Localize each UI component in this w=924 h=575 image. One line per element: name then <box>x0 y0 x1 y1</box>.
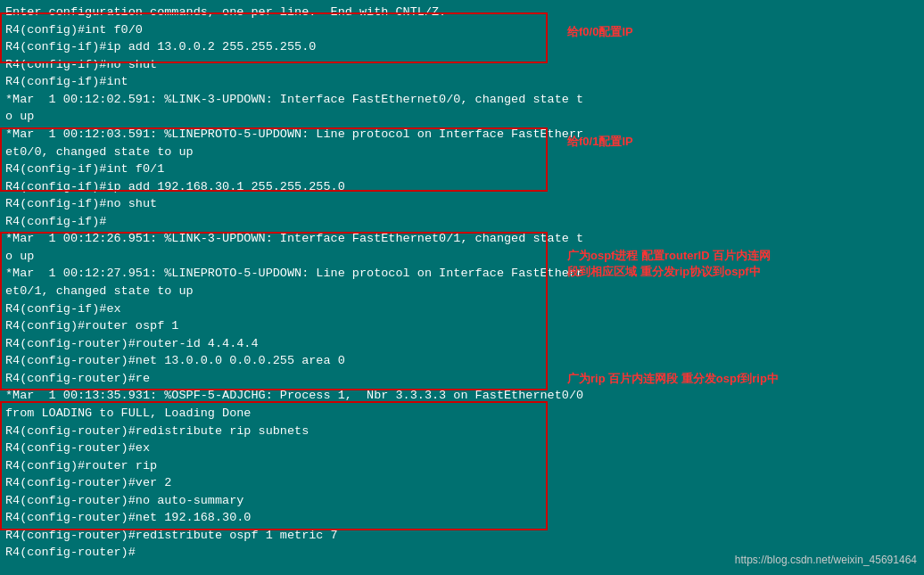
terminal-line: R4(config)#router rip <box>5 457 919 475</box>
terminal-line: *Mar 1 00:12:03.591: %LINEPROTO-5-UPDOWN… <box>5 126 919 144</box>
terminal-line: R4(config-router)#ver 2 <box>5 474 919 492</box>
terminal-line: R4(config)#router ospf 1 <box>5 317 919 335</box>
terminal-line: R4(config-router)#net 192.168.30.0 <box>5 509 919 527</box>
terminal-line: o up <box>5 108 919 126</box>
terminal-line: R4(config-if)#no shut <box>5 195 919 213</box>
terminal-line: R4(config-if)#int f0/1 <box>5 160 919 178</box>
terminal-line: Enter configuration commands, one per li… <box>5 4 919 21</box>
terminal-line: R4(config-if)#ip add 192.168.30.1 255.25… <box>5 178 919 196</box>
terminal-line: *Mar 1 00:12:27.951: %LINEPROTO-5-UPDOWN… <box>5 265 919 283</box>
terminal-line: R4(config-router)#no auto-summary <box>5 492 919 510</box>
terminal-line: R4(config-if)# <box>5 213 919 231</box>
terminal-line: R4(config-router)#redistribute ospf 1 me… <box>5 527 919 545</box>
terminal-line: et0/0, changed state to up <box>5 144 919 161</box>
terminal-lines: Enter configuration commands, one per li… <box>5 4 919 562</box>
terminal-line: R4(config-if)#ex <box>5 300 919 318</box>
terminal-line: R4(config-if)#no shut <box>5 56 919 74</box>
annotation-f00: 给f0/0配置IP <box>567 24 633 40</box>
annotation-rip: 广为rip 百片内连网段 重分发ospf到rip中 <box>567 371 779 387</box>
terminal-line: o up <box>5 248 919 266</box>
annotation-ospf: 广为ospf进程 配置routerID 百片内连网段到相应区域 重分发rip协议… <box>567 248 771 280</box>
terminal-line: R4(config-if)#int <box>5 73 919 91</box>
terminal-line: *Mar 1 00:13:35.931: %OSPF-5-ADJCHG: Pro… <box>5 387 919 405</box>
terminal-line: R4(config-router)#re <box>5 370 919 388</box>
terminal-line: R4(config-if)#ip add 13.0.0.2 255.255.25… <box>5 38 919 56</box>
terminal-line: *Mar 1 00:12:26.951: %LINK-3-UPDOWN: Int… <box>5 230 919 248</box>
terminal-line: *Mar 1 00:12:02.591: %LINK-3-UPDOWN: Int… <box>5 91 919 109</box>
watermark: https://blog.csdn.net/weixin_45691464 <box>735 553 917 568</box>
terminal-line: R4(config-router)#ex <box>5 439 919 457</box>
terminal-line: R4(config-router)#redistribute rip subne… <box>5 423 919 440</box>
terminal-line: R4(config)#int f0/0 <box>5 21 919 39</box>
terminal-line: R4(config-router)#net 13.0.0.0 0.0.0.255… <box>5 352 919 370</box>
terminal-window: Enter configuration commands, one per li… <box>0 0 924 575</box>
terminal-line: et0/1, changed state to up <box>5 283 919 300</box>
terminal-line: R4(config-router)#router-id 4.4.4.4 <box>5 335 919 353</box>
annotation-f01: 给f0/1配置IP <box>567 134 633 150</box>
terminal-line: from LOADING to FULL, Loading Done <box>5 405 919 423</box>
